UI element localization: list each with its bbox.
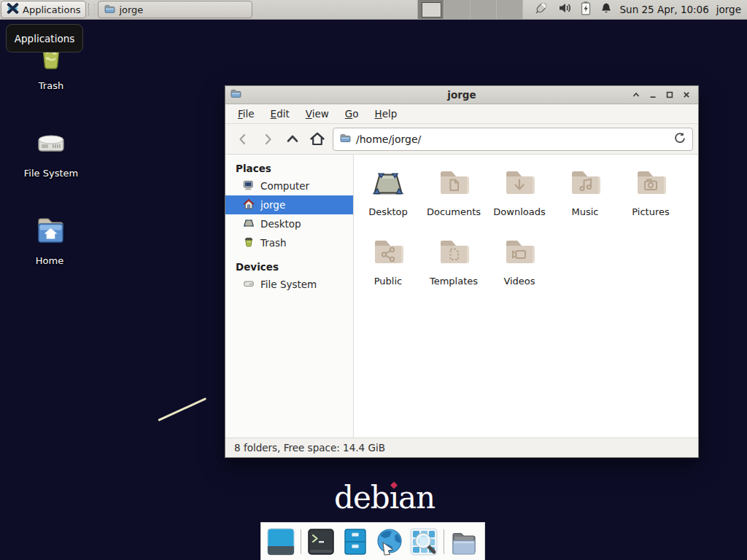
dock-separator — [444, 529, 444, 554]
file-cabinet-icon[interactable] — [341, 527, 370, 556]
folder-icon[interactable] — [449, 527, 479, 556]
folder-label: Desktop — [368, 206, 408, 217]
sidebar-item-label: jorge — [260, 199, 285, 211]
battery-icon[interactable] — [580, 1, 592, 19]
debian-logo-text: an — [398, 480, 435, 516]
folder-label: Videos — [503, 276, 535, 287]
sidebar-item-label: Trash — [260, 237, 287, 249]
statusbar-text: 8 folders, Free space: 14.4 GiB — [234, 442, 385, 454]
xfce-applications-icon — [7, 2, 19, 17]
harddrive-icon — [243, 278, 255, 292]
up-button[interactable] — [280, 128, 305, 150]
path-entry[interactable]: /home/jorge/ — [333, 128, 693, 151]
volume-icon[interactable] — [557, 1, 572, 18]
shade-button[interactable] — [631, 90, 641, 100]
menu-help[interactable]: Help — [367, 105, 406, 122]
web-browser-icon[interactable] — [375, 527, 404, 556]
computer-icon — [243, 179, 255, 193]
trash-icon — [243, 236, 255, 250]
workspace-2[interactable] — [444, 0, 471, 19]
taskbar-window-button[interactable]: jorge — [98, 1, 252, 18]
menu-edit[interactable]: Edit — [263, 105, 298, 122]
workspace-4[interactable] — [497, 0, 523, 19]
desktop-icon-label: File System — [24, 168, 78, 179]
titlebar[interactable]: jorge — [225, 86, 698, 104]
workspace-1[interactable] — [418, 0, 444, 19]
desktop-icon-label: Home — [36, 255, 63, 266]
sidebar-item-trash[interactable]: Trash — [225, 233, 353, 252]
folder-item-pictures[interactable]: Pictures — [618, 165, 684, 234]
sidebar-item-jorge[interactable]: jorge — [225, 195, 353, 214]
home-button[interactable] — [305, 128, 330, 150]
folder-icon — [502, 234, 537, 272]
minimize-button[interactable] — [648, 90, 658, 100]
window-title: jorge — [225, 89, 698, 101]
folder-item-documents[interactable]: Documents — [421, 165, 487, 234]
workspace-switcher[interactable] — [417, 0, 523, 19]
back-button[interactable] — [231, 128, 255, 150]
folder-icon — [633, 165, 668, 203]
folder-label: Templates — [430, 276, 478, 287]
debian-logo: debıan — [334, 480, 435, 516]
desktop-line-artifact — [158, 397, 206, 421]
folder-item-videos[interactable]: Videos — [487, 234, 552, 303]
places-header: Places — [225, 160, 353, 176]
home-folder-icon — [32, 213, 67, 251]
folder-item-music[interactable]: Music — [552, 165, 618, 234]
bell-icon[interactable] — [600, 1, 613, 18]
folder-icon — [371, 234, 406, 272]
dock — [260, 522, 485, 560]
folder-label: Public — [374, 276, 402, 287]
menubar: File Edit View Go Help — [225, 104, 698, 124]
sidebar-item-label: Computer — [260, 180, 309, 192]
panel-username[interactable]: jorge — [716, 4, 741, 15]
folder-item-templates[interactable]: Templates — [421, 234, 487, 303]
folder-icon — [568, 165, 603, 203]
sidebar-item-computer[interactable]: Computer — [225, 176, 353, 195]
sidebar-item-desktop[interactable]: Desktop — [225, 214, 353, 233]
menu-file[interactable]: File — [230, 105, 263, 122]
terminal-icon[interactable] — [306, 527, 336, 556]
folder-item-public[interactable]: Public — [355, 234, 421, 303]
desktop-icon-label: Trash — [39, 80, 63, 91]
workspace-3[interactable] — [471, 0, 497, 19]
statusbar: 8 folders, Free space: 14.4 GiB — [225, 438, 698, 457]
home-icon — [243, 198, 255, 212]
folder-item-downloads[interactable]: Downloads — [487, 165, 552, 234]
file-view[interactable]: Desktop Documents — [354, 155, 698, 438]
folder-icon — [436, 234, 471, 272]
sidebar-item-label: File System — [260, 279, 317, 290]
folder-label: Downloads — [493, 206, 545, 217]
desktop-icon-filesystem[interactable]: File System — [16, 125, 86, 179]
folder-icon — [436, 165, 471, 203]
sidebar: Places Computer — [225, 155, 354, 438]
top-panel: Applications jorge — [0, 0, 747, 20]
workspace-window-miniature — [422, 2, 441, 18]
folder-label: Documents — [427, 206, 481, 217]
applications-button-label: Applications — [23, 4, 80, 15]
sidebar-item-filesystem[interactable]: File System — [225, 275, 353, 294]
menu-go[interactable]: Go — [337, 105, 367, 122]
folder-label: Music — [572, 206, 599, 217]
reload-icon[interactable] — [673, 131, 686, 147]
folder-item-desktop[interactable]: Desktop — [355, 165, 421, 234]
desktop-icon-home[interactable]: Home — [15, 213, 85, 266]
application-finder-icon[interactable] — [409, 527, 438, 556]
applications-tooltip: Applications — [6, 24, 83, 52]
mouse-icon[interactable] — [533, 0, 549, 19]
desktop-special-icon — [371, 165, 406, 203]
sidebar-item-label: Desktop — [260, 218, 301, 230]
harddrive-icon — [34, 125, 69, 163]
show-desktop-icon[interactable] — [266, 527, 295, 556]
menu-view[interactable]: View — [298, 105, 337, 122]
tooltip-text: Applications — [15, 33, 74, 44]
folder-icon — [339, 132, 351, 147]
close-button[interactable] — [681, 90, 692, 100]
maximize-button[interactable] — [665, 90, 675, 100]
panel-clock[interactable]: Sun 25 Apr, 10:06 — [620, 4, 709, 15]
file-manager-window: jorge File Edit View Go Help — [225, 85, 699, 458]
path-value[interactable]: /home/jorge/ — [356, 133, 673, 145]
applications-button[interactable]: Applications — [1, 1, 86, 18]
panel-drag-handle[interactable] — [88, 4, 95, 15]
forward-button[interactable] — [255, 128, 280, 150]
